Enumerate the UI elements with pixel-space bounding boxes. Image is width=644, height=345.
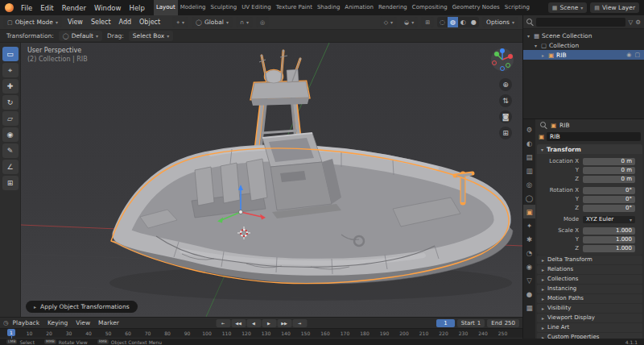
move-view-button[interactable]: ⇅ xyxy=(499,94,512,107)
workspace-tab-animation[interactable]: Animation xyxy=(342,0,376,15)
filter-icon[interactable]: ▽ xyxy=(628,19,633,26)
properties-tab-world[interactable]: ◯ xyxy=(523,191,535,205)
properties-tab-texture[interactable]: ▦ xyxy=(523,301,535,314)
shading-wireframe-button[interactable]: ◌ xyxy=(437,17,448,27)
y-value-field[interactable]: 0 m xyxy=(583,167,635,174)
transformation-selector[interactable]: ◯ Default ▾ xyxy=(59,31,102,41)
play-reverse-button[interactable]: ◀ xyxy=(246,319,261,327)
toggle-projection-button[interactable]: ⊞ xyxy=(499,127,512,139)
properties-tab-physics[interactable]: ◔ xyxy=(523,246,535,260)
workspace-tab-scripting[interactable]: Scripting xyxy=(502,0,530,15)
viewport-menu-object[interactable]: Object xyxy=(135,19,164,26)
workspace-tab-texture-paint[interactable]: Texture Paint xyxy=(274,0,315,15)
previous-keyframe-button[interactable]: ◀◀ xyxy=(231,319,246,327)
orientation-selector[interactable]: ◯ Global ▾ xyxy=(192,17,233,27)
outliner-row-collection[interactable]: ▾▢Collection xyxy=(523,40,644,50)
frame-end-field[interactable]: End 250 xyxy=(487,319,519,327)
play-button[interactable]: ▶ xyxy=(262,319,276,327)
tool-cursor[interactable]: ⌖ xyxy=(2,63,19,77)
y-value-field[interactable]: 0° xyxy=(583,196,635,203)
navigation-gizmo[interactable] xyxy=(490,48,514,75)
properties-tab-object-data[interactable]: ▽ xyxy=(523,273,535,287)
workspace-tab-compositing[interactable]: Compositing xyxy=(410,0,450,15)
disclosure-icon[interactable]: ▾ xyxy=(533,43,539,48)
zoom-button[interactable]: ⊕ xyxy=(499,78,512,91)
tool-add-cube[interactable]: ⊞ xyxy=(2,176,19,190)
menu-edit[interactable]: Edit xyxy=(36,4,57,12)
shading-solid-button[interactable]: ◍ xyxy=(448,17,458,27)
viewport-menu-select[interactable]: Select xyxy=(87,19,115,26)
outliner-settings-icon[interactable]: ⚙ xyxy=(635,19,641,26)
camera-view-button[interactable]: ◙ xyxy=(499,110,512,123)
playhead-badge[interactable]: 1 xyxy=(7,329,15,336)
menu-help[interactable]: Help xyxy=(125,4,148,12)
scene-selector[interactable]: ▦ Scene ▾ xyxy=(548,2,588,13)
menu-file[interactable]: File xyxy=(17,4,36,12)
object-name-field[interactable]: RIB xyxy=(547,132,641,141)
show-gizmo-button[interactable]: ◇ ▾ xyxy=(380,17,397,27)
panel-viewport-display[interactable]: ▸Viewport Display xyxy=(537,314,642,322)
viewport-menu-add[interactable]: Add xyxy=(115,19,136,26)
properties-tab-view-layer[interactable]: ▥ xyxy=(523,164,535,177)
workspace-tab-rendering[interactable]: Rendering xyxy=(376,0,410,15)
properties-tab-modifiers[interactable]: ✦ xyxy=(523,218,535,232)
workspace-tab-modeling[interactable]: Modeling xyxy=(178,0,208,15)
z-value-field[interactable]: 0 m xyxy=(583,176,635,183)
show-overlays-button[interactable]: ◒ ▾ xyxy=(400,17,418,27)
panel-visibility[interactable]: ▸Visibility xyxy=(537,304,642,313)
outliner-row-rib[interactable]: ▸▣RIB◉▢ xyxy=(523,50,644,60)
search-icon[interactable] xyxy=(540,122,547,129)
panel-motion-paths[interactable]: ▸Motion Paths xyxy=(537,294,642,303)
outliner-search-input[interactable] xyxy=(536,18,625,27)
mode-selector[interactable]: ▢ Object Mode ▾ xyxy=(3,17,62,27)
panel-instancing[interactable]: ▸Instancing xyxy=(537,285,642,293)
blender-logo-icon[interactable] xyxy=(5,3,14,12)
y-value-field[interactable]: 1.000 xyxy=(583,236,635,243)
properties-tab-material[interactable]: ● xyxy=(523,287,535,301)
next-keyframe-button[interactable]: ▶▶ xyxy=(277,319,291,327)
shading-material-preview-button[interactable]: ◐ xyxy=(458,17,469,27)
workspace-tab-sculpting[interactable]: Sculpting xyxy=(208,0,240,15)
properties-tab-scene[interactable]: ◎ xyxy=(523,177,535,191)
workspace-tab-uv-editing[interactable]: UV Editing xyxy=(239,0,274,15)
panel-line-art[interactable]: ▸Line Art xyxy=(537,323,642,332)
properties-tab-object-constraints[interactable]: ◉ xyxy=(523,260,535,273)
mode-dropdown[interactable]: XYZ Euler▾ xyxy=(583,216,635,223)
viewport-menu-view[interactable]: View xyxy=(64,19,87,26)
tool-scale[interactable]: ▱ xyxy=(2,111,19,126)
properties-tab-particles[interactable]: ✱ xyxy=(523,232,535,246)
menu-render[interactable]: Render xyxy=(58,4,90,12)
menu-window[interactable]: Window xyxy=(90,4,126,12)
options-button[interactable]: Options ▾ xyxy=(482,17,518,27)
tool-rotate[interactable]: ↻ xyxy=(2,95,19,110)
view-layer-selector[interactable]: ▤ View Layer xyxy=(590,2,639,13)
location-x-value-field[interactable]: 0 m xyxy=(583,158,635,165)
operator-redo-panel[interactable]: ▸ Apply Object Transformations xyxy=(26,301,138,313)
viewport-canvas[interactable] xyxy=(21,43,522,317)
timeline-ruler[interactable]: 1 01020304050607080901001101201301401501… xyxy=(0,328,522,338)
z-value-field[interactable]: 1.000 xyxy=(583,245,635,252)
transform-panel-header[interactable]: ▾ Transform xyxy=(537,144,642,154)
properties-tab-render[interactable]: ◐ xyxy=(523,136,535,150)
tool-measure[interactable]: ∠ xyxy=(2,160,19,174)
shading-rendered-button[interactable]: ● xyxy=(469,17,479,27)
tool-move[interactable]: ✚ xyxy=(2,79,19,94)
proportional-editing-button[interactable]: ◎ xyxy=(256,17,269,27)
current-frame-field[interactable]: 1 xyxy=(436,319,454,327)
disclosure-icon[interactable]: ▾ xyxy=(526,33,531,39)
workspace-tab-geometry-nodes[interactable]: Geometry Nodes xyxy=(450,0,502,15)
timeline-menu-keying[interactable]: Keying xyxy=(43,319,72,326)
outliner-row-scene-collection[interactable]: ▾▦Scene Collection xyxy=(523,31,644,40)
tool-select-box[interactable]: ▭ xyxy=(2,47,19,61)
rotation-x-value-field[interactable]: 0° xyxy=(583,187,635,194)
z-value-field[interactable]: 0° xyxy=(583,205,635,212)
scale-x-value-field[interactable]: 1.000 xyxy=(583,227,635,235)
properties-tab-object[interactable]: ▣ xyxy=(523,205,535,218)
panel-relations[interactable]: ▸Relations xyxy=(537,265,642,274)
render-visibility-icon[interactable]: ▢ xyxy=(634,52,640,58)
workspace-tab-layout[interactable]: Layout xyxy=(154,0,178,15)
timeline-menu-view[interactable]: View xyxy=(72,319,94,326)
properties-tab-output[interactable]: ▤ xyxy=(523,150,535,164)
rib-boat-model[interactable] xyxy=(111,50,513,284)
properties-tab-tool[interactable]: ⚙ xyxy=(523,123,535,136)
